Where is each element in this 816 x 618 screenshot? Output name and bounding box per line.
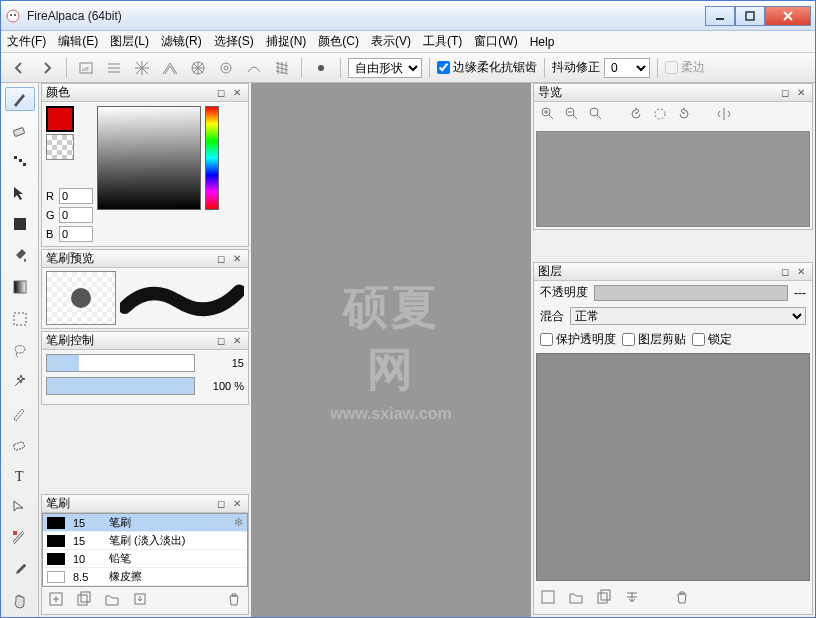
new-layer-icon[interactable] [540,589,556,608]
menu-capture[interactable]: 捕捉(N) [266,33,307,50]
rotate-left-icon[interactable] [628,106,644,125]
menu-window[interactable]: 窗口(W) [474,33,517,50]
brush-list-item[interactable]: 8.5橡皮擦 [43,568,247,586]
snap-vanish-icon[interactable] [158,57,182,79]
bucket-tool[interactable] [5,244,35,268]
rotate-right-icon[interactable] [676,106,692,125]
eyedropper-tool[interactable] [5,558,35,582]
titlebar[interactable]: FireAlpaca (64bit) [1,1,815,31]
fill-tool[interactable] [5,213,35,237]
blend-mode-select[interactable]: 正常 [570,307,806,325]
nav-prev-icon[interactable] [7,57,31,79]
magic-wand-tool[interactable] [5,370,35,394]
brush-opacity-slider[interactable] [46,377,195,395]
lock-checkbox[interactable]: 锁定 [692,331,732,348]
snap-grid-icon[interactable] [270,57,294,79]
nav-next-icon[interactable] [35,57,59,79]
snap-circle-icon[interactable] [214,57,238,79]
import-brush-icon[interactable] [132,591,148,610]
canvas-area[interactable]: 硕夏网 www.sxiaw.com [251,83,531,617]
background-color-swatch[interactable] [46,134,74,160]
select-rect-tool[interactable] [5,307,35,331]
dot-tool[interactable] [5,150,35,174]
snap-parallel-icon[interactable] [102,57,126,79]
zoom-in-icon[interactable] [540,106,556,125]
object-tool[interactable] [5,495,35,519]
shape-dot-icon[interactable] [309,57,333,79]
merge-layer-icon[interactable] [624,589,640,608]
layer-opacity-slider[interactable] [594,285,788,301]
add-brush-icon[interactable] [48,591,64,610]
menu-filter[interactable]: 滤镜(R) [161,33,202,50]
zoom-fit-icon[interactable] [588,106,604,125]
close-button[interactable] [765,6,811,26]
eraser-tool[interactable] [5,118,35,142]
gradient-tool[interactable] [5,275,35,299]
divide-tool[interactable] [5,527,35,551]
maximize-button[interactable] [735,6,765,26]
select-erase-tool[interactable] [5,432,35,456]
menu-tool[interactable]: 工具(T) [423,33,462,50]
undock-icon[interactable]: ◻ [214,497,228,511]
brush-size-slider[interactable] [46,354,195,372]
snap-crisscross-icon[interactable] [130,57,154,79]
select-pen-tool[interactable] [5,401,35,425]
hand-tool[interactable] [5,590,35,614]
foreground-color-swatch[interactable] [46,106,74,132]
close-panel-icon[interactable]: ✕ [794,265,808,279]
menu-file[interactable]: 文件(F) [7,33,46,50]
text-tool[interactable]: T [5,464,35,488]
r-input[interactable] [59,188,93,204]
color-field[interactable] [97,106,201,210]
menu-layer[interactable]: 图层(L) [110,33,149,50]
menu-color[interactable]: 颜色(C) [318,33,359,50]
menu-select[interactable]: 选择(S) [214,33,254,50]
close-panel-icon[interactable]: ✕ [230,334,244,348]
clipping-checkbox[interactable]: 图层剪贴 [622,331,686,348]
lasso-tool[interactable] [5,338,35,362]
rotate-reset-icon[interactable] [652,106,668,125]
menu-help[interactable]: Help [530,35,555,49]
menubar: 文件(F) 编辑(E) 图层(L) 滤镜(R) 选择(S) 捕捉(N) 颜色(C… [1,31,815,53]
navigator-preview[interactable] [536,131,810,227]
layer-list[interactable] [536,353,810,581]
flip-icon[interactable] [716,106,732,125]
delete-layer-icon[interactable] [674,589,690,608]
menu-view[interactable]: 表示(V) [371,33,411,50]
minimize-button[interactable] [705,6,735,26]
close-panel-icon[interactable]: ✕ [230,497,244,511]
snap-radial-icon[interactable] [186,57,210,79]
hue-slider[interactable] [205,106,219,210]
duplicate-brush-icon[interactable] [76,591,92,610]
jitter-select[interactable]: 0 [604,58,650,78]
undock-icon[interactable]: ◻ [214,252,228,266]
duplicate-layer-icon[interactable] [596,589,612,608]
brush-tool[interactable] [5,87,35,111]
undock-icon[interactable]: ◻ [778,86,792,100]
undock-icon[interactable]: ◻ [214,334,228,348]
undock-icon[interactable]: ◻ [214,86,228,100]
soft-edge-checkbox[interactable]: 柔边 [665,59,705,76]
snap-curve-icon[interactable] [242,57,266,79]
b-input[interactable] [59,226,93,242]
antialias-checkbox[interactable]: 边缘柔化抗锯齿 [437,59,537,76]
undock-icon[interactable]: ◻ [778,265,792,279]
zoom-out-icon[interactable] [564,106,580,125]
brush-list-item[interactable]: 10铅笔 [43,550,247,568]
protect-alpha-checkbox[interactable]: 保护透明度 [540,331,616,348]
folder-brush-icon[interactable] [104,591,120,610]
menu-edit[interactable]: 编辑(E) [58,33,98,50]
g-input[interactable] [59,207,93,223]
brush-list[interactable]: 15笔刷✼15笔刷 (淡入淡出)10铅笔8.5橡皮擦 [42,513,248,587]
brush-list-item[interactable]: 15笔刷✼ [43,514,247,532]
brush-list-item[interactable]: 15笔刷 (淡入淡出) [43,532,247,550]
close-panel-icon[interactable]: ✕ [230,86,244,100]
shape-mode-select[interactable]: 自由形状 [348,58,422,78]
snap-off-icon[interactable]: off [74,57,98,79]
move-tool[interactable] [5,181,35,205]
close-panel-icon[interactable]: ✕ [230,252,244,266]
delete-brush-icon[interactable] [226,591,242,610]
color-panel: 颜色 ◻ ✕ R G B [41,83,249,247]
new-folder-icon[interactable] [568,589,584,608]
close-panel-icon[interactable]: ✕ [794,86,808,100]
